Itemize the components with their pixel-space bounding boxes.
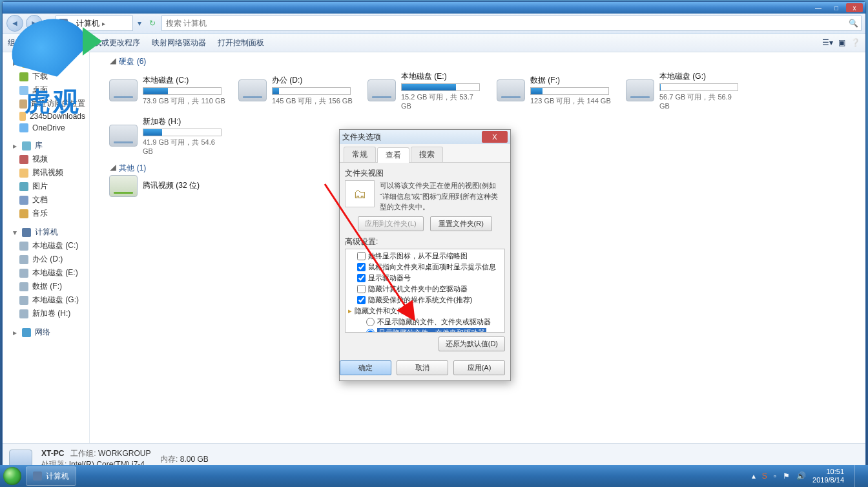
dialog-close-button[interactable]: X — [482, 131, 508, 143]
sidebar-drive-f[interactable]: 数据 (F:) — [3, 280, 89, 293]
group-hdd-header[interactable]: ◢ 硬盘 (6) — [109, 55, 859, 68]
search-input[interactable] — [165, 18, 849, 28]
radio-input[interactable] — [366, 318, 375, 326]
drive-name: 本地磁盘 (G:) — [659, 71, 742, 82]
cloud-icon — [19, 123, 28, 132]
drive-icon — [367, 79, 396, 101]
checkbox-input[interactable] — [357, 252, 366, 260]
nav-forward-button[interactable]: ► — [26, 15, 43, 32]
tray-volume-icon[interactable]: 🔊 — [796, 471, 806, 481]
apply-button[interactable]: 应用(A) — [453, 360, 505, 375]
reset-folders-button[interactable]: 重置文件夹(R) — [430, 216, 492, 231]
uninstall-programs-button[interactable]: 卸载或更改程序 — [86, 37, 140, 48]
drive-usage-text: 123 GB 可用，共 144 GB — [530, 96, 613, 106]
maximize-button[interactable]: □ — [828, 3, 845, 12]
sidebar-onedrive[interactable]: OneDrive — [3, 122, 89, 134]
nav-history-dropdown[interactable]: ▾ — [45, 19, 53, 28]
drive-icon — [19, 242, 28, 251]
breadcrumb[interactable]: ▸ 计算机 ▸ — [56, 16, 133, 31]
advanced-setting-item[interactable]: 显示驱动器号 — [348, 273, 502, 284]
sidebar-favorites[interactable]: ▸收藏夹 — [3, 56, 89, 70]
breadcrumb-dropdown[interactable]: ▾ — [136, 19, 143, 28]
drive-usage-bar — [143, 87, 222, 95]
sidebar-drive-d[interactable]: 办公 (D:) — [3, 253, 89, 266]
refresh-icon[interactable]: ↻ — [146, 16, 159, 30]
advanced-setting-item[interactable]: 鼠标指向文件夹和桌面项时显示提示信息 — [348, 262, 502, 273]
open-control-panel-button[interactable]: 打开控制面板 — [218, 37, 264, 48]
taskbar-item-explorer[interactable]: 计算机 — [26, 466, 76, 486]
drive-item[interactable]: 本地磁盘 (G:) 56.7 GB 可用，共 56.9 GB — [626, 71, 742, 110]
sidebar-2345downloads[interactable]: 2345Downloads — [3, 110, 89, 122]
drive-item[interactable]: 本地磁盘 (E:) 15.2 GB 可用，共 53.7 GB — [367, 71, 484, 110]
recent-icon — [19, 99, 27, 109]
restore-defaults-button[interactable]: 还原为默认值(D) — [439, 337, 505, 351]
sidebar-documents[interactable]: 文档 — [3, 193, 89, 207]
help-icon[interactable]: ❔ — [851, 38, 860, 47]
sidebar-desktop[interactable]: 桌面 — [3, 83, 89, 97]
show-desktop-button[interactable] — [854, 465, 863, 487]
sidebar-drive-g[interactable]: 本地磁盘 (G:) — [3, 293, 89, 307]
sidebar-downloads[interactable]: 下载 — [3, 70, 89, 83]
tab-general[interactable]: 常规 — [344, 147, 376, 162]
system-properties-button[interactable]: 系统属性 — [43, 37, 74, 48]
advanced-setting-item[interactable]: 不显示隐藏的文件、文件夹或驱动器 — [348, 316, 502, 327]
search-box[interactable]: 🔍 — [161, 16, 862, 31]
advanced-setting-item[interactable]: 始终显示图标，从不显示缩略图 — [348, 251, 502, 262]
map-network-drive-button[interactable]: 映射网络驱动器 — [152, 37, 206, 48]
advanced-settings-list[interactable]: 始终显示图标，从不显示缩略图鼠标指向文件夹和桌面项时显示提示信息显示驱动器号隐藏… — [345, 249, 505, 333]
preview-pane-icon[interactable]: ▣ — [838, 38, 845, 47]
advanced-setting-item[interactable]: 显示隐藏的文件、文件夹和驱动器 — [348, 327, 502, 333]
sidebar-pictures[interactable]: 图片 — [3, 180, 89, 193]
checkbox-input[interactable] — [357, 296, 366, 304]
drive-name: 本地磁盘 (C:) — [143, 75, 225, 86]
download-icon — [19, 72, 28, 81]
cancel-button[interactable]: 取消 — [397, 360, 448, 375]
checkbox-input[interactable] — [357, 263, 366, 271]
minimize-button[interactable]: — — [810, 3, 827, 12]
advanced-setting-item[interactable]: 隐藏受保护的操作系统文件(推荐) — [348, 295, 502, 306]
sidebar-music[interactable]: 音乐 — [3, 207, 89, 220]
sidebar-drive-e[interactable]: 本地磁盘 (E:) — [3, 266, 89, 280]
drive-icon — [19, 269, 28, 278]
drive-item[interactable]: 新加卷 (H:) 41.9 GB 可用，共 54.6 GB — [109, 116, 225, 155]
taskbar: 计算机 ▴ S ▫ ⚑ 🔊 10:51 2019/8/14 — [0, 465, 868, 487]
nav-back-button[interactable]: ◄ — [6, 15, 23, 32]
dialog-titlebar[interactable]: 文件夹选项 X — [340, 130, 510, 144]
computer-icon — [33, 471, 42, 481]
sidebar-drive-c[interactable]: 本地磁盘 (C:) — [3, 239, 89, 253]
sidebar-videos[interactable]: 视频 — [3, 152, 89, 166]
tab-search[interactable]: 搜索 — [411, 147, 443, 162]
sidebar-network[interactable]: ▸网络 — [3, 326, 89, 339]
advanced-settings-label: 高级设置: — [345, 236, 505, 247]
status-memory: 8.00 GB — [180, 455, 209, 464]
drive-usage-text: 41.9 GB 可用，共 54.6 GB — [143, 138, 225, 155]
advanced-setting-item[interactable]: ▸隐藏文件和文件夹 — [348, 306, 502, 316]
organize-menu[interactable]: 组织 — [8, 37, 32, 48]
sidebar-computer[interactable]: ▾计算机 — [3, 225, 89, 239]
tray-clock[interactable]: 10:51 2019/8/14 — [812, 468, 844, 484]
drive-item[interactable]: 办公 (D:) 145 GB 可用，共 156 GB — [238, 71, 355, 110]
advanced-setting-item[interactable]: 隐藏计算机文件夹中的空驱动器 — [348, 284, 502, 295]
tab-view[interactable]: 查看 — [377, 147, 409, 163]
apply-to-folders-button[interactable]: 应用到文件夹(L) — [358, 216, 423, 231]
close-button[interactable]: x — [846, 3, 863, 12]
tray-flag-icon[interactable]: ⚑ — [783, 471, 790, 481]
start-button[interactable] — [0, 465, 25, 487]
ok-button[interactable]: 确定 — [340, 360, 391, 375]
network-icon — [22, 328, 31, 337]
drive-name: 新加卷 (H:) — [143, 116, 225, 127]
checkbox-input[interactable] — [357, 274, 366, 282]
tray-app-icon[interactable]: S — [762, 471, 767, 481]
drive-item[interactable]: 数据 (F:) 123 GB 可用，共 144 GB — [497, 71, 613, 110]
tray-chevron-icon[interactable]: ▴ — [752, 471, 756, 481]
drive-item[interactable]: 本地磁盘 (C:) 73.9 GB 可用，共 110 GB — [109, 71, 225, 110]
sidebar-txvideo[interactable]: 腾讯视频 — [3, 166, 89, 180]
radio-input[interactable] — [366, 329, 375, 333]
drive-name: 办公 (D:) — [272, 75, 355, 86]
tray-action-icon[interactable]: ▫ — [774, 471, 776, 481]
sidebar-recent[interactable]: 最近访问的位置 — [3, 97, 89, 110]
checkbox-input[interactable] — [357, 285, 366, 293]
sidebar-drive-h[interactable]: 新加卷 (H:) — [3, 307, 89, 320]
sidebar-libraries[interactable]: ▸库 — [3, 139, 89, 152]
view-options-icon[interactable]: ☰▾ — [822, 38, 833, 47]
